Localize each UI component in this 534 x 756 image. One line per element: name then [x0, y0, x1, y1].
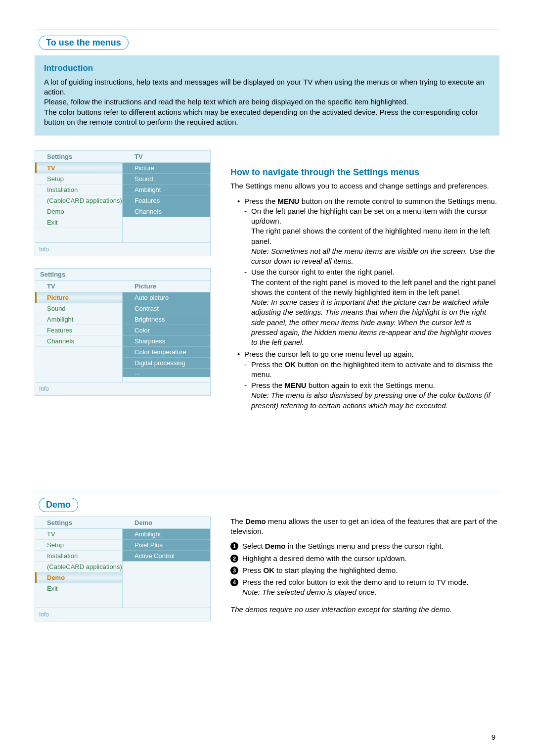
demo-right-0: Ambilight [123, 528, 210, 539]
howto-navigate: How to navigate through the Settings men… [230, 150, 499, 413]
howto-dash-1b: Use the cursor right to enter the right … [244, 267, 499, 347]
demo-right-2: Active Control [123, 550, 210, 561]
demo-left-4: Demo [35, 572, 122, 583]
demo-left-1: Setup [35, 539, 122, 550]
demo-section-title: Demo [39, 498, 78, 512]
menu-b-left-1: Sound [35, 303, 122, 314]
demo-left-5: Exit [35, 583, 122, 594]
step-bullet-2-icon: 2 [230, 555, 238, 563]
menu-a-info: Info [35, 242, 210, 256]
menu-b-left-2: Ambilight [35, 314, 122, 325]
step-bullet-1-icon: 1 [230, 542, 238, 550]
introduction-heading: Introduction [44, 63, 490, 74]
menu-b-info: Info [35, 382, 210, 395]
demo-left-3: (CableCARD applications) [35, 561, 122, 572]
demo-step-4: 4 Press the red color button to exit the… [230, 577, 499, 598]
demo-step-1: 1 Select Demo in the Settings menu and p… [230, 541, 499, 551]
menu-a-left-2: Installation [35, 184, 122, 195]
menu-b-title: Settings [35, 269, 210, 280]
menu-a-right-0: Picture [123, 162, 210, 173]
menu-a-left-5: Exit [35, 217, 122, 228]
menu-b-header-right: Picture [123, 281, 210, 292]
howto-dash-2b: Press the MENU button again to exit the … [244, 380, 499, 411]
introduction-box: Introduction A lot of guiding instructio… [35, 55, 499, 136]
demo-menu-title-left: Settings [35, 517, 123, 528]
settings-menu-screenshot-a: Settings TV TV Setup Installation (Cable… [35, 150, 211, 256]
intro-p3: The color buttons refer to different act… [44, 107, 490, 128]
settings-menu-screenshot-b: Settings TV Picture Picture Sound Ambili… [35, 268, 211, 396]
howto-bullet-2: Press the cursor left to go one menu lev… [237, 349, 499, 411]
demo-body: The Demo menu allows the user to get an … [230, 517, 499, 621]
menu-a-right-1: Sound [123, 173, 210, 184]
demo-step-3: 3 Press OK to start playing the highligh… [230, 566, 499, 575]
demo-closing: The demos require no user interaction ex… [230, 605, 499, 614]
menu-a-left-4: Demo [35, 206, 122, 217]
menu-a-right-2: Ambilight [123, 184, 210, 195]
menu-a-title-left: Settings [35, 151, 123, 162]
menu-a-left-1: Setup [35, 173, 122, 184]
menu-b-right-1: Contrast [123, 303, 210, 314]
menu-a-left-3: (CableCARD applications) [35, 195, 122, 206]
demo-right-1: Pixel Plus [123, 539, 210, 550]
intro-p1: A lot of guiding instructions, help text… [44, 77, 490, 97]
demo-left-2: Installation [35, 550, 122, 561]
menu-b-header-left: TV [35, 281, 123, 292]
menu-a-left-0: TV [35, 162, 122, 173]
howto-dash-1a: On the left panel the highlight can be s… [244, 206, 499, 267]
step-bullet-3-icon: 3 [230, 567, 238, 574]
menu-a-title-right: TV [123, 151, 210, 162]
howto-bullet-1: Press the MENU button on the remote cont… [237, 196, 499, 348]
menu-b-left-4: Channels [35, 335, 122, 346]
menu-b-right-6: Digital processing [123, 357, 210, 368]
menu-a-right-4: Channels [123, 206, 210, 217]
demo-menu-screenshot: Settings Demo TV Setup Installation (Cab… [35, 517, 211, 621]
demo-step-2: 2 Highlight a desired demo with the curs… [230, 554, 499, 564]
demo-left-0: TV [35, 528, 122, 539]
menu-b-left-3: Features [35, 325, 122, 335]
menu-a-right-3: Features [123, 195, 210, 206]
menu-b-right-5: Color temperature [123, 346, 210, 357]
demo-menu-info: Info [35, 608, 210, 621]
demo-menu-title-right: Demo [123, 517, 210, 528]
section-heading: To use the menus [35, 30, 499, 45]
howto-intro: The Settings menu allows you to access a… [230, 181, 499, 191]
step-bullet-4-icon: 4 [230, 578, 238, 586]
menu-b-right-2: Brightness [123, 314, 210, 325]
howto-heading: How to navigate through the Settings men… [230, 166, 499, 178]
howto-dash-2a: Press the OK button on the highlighted i… [244, 360, 499, 380]
menu-b-right-0: Auto picture [123, 292, 210, 303]
demo-section-heading: Demo [35, 492, 499, 507]
page-number: 9 [491, 733, 495, 741]
menu-b-right-3: Color [123, 325, 210, 335]
section-title: To use the menus [39, 36, 129, 50]
menu-b-right-4: Sharpness [123, 335, 210, 346]
menu-b-left-0: Picture [35, 292, 122, 303]
intro-p2: Please, follow the instructions and read… [44, 97, 490, 107]
demo-intro: The Demo menu allows the user to get an … [230, 517, 499, 537]
menu-b-right-7: … [123, 368, 210, 377]
